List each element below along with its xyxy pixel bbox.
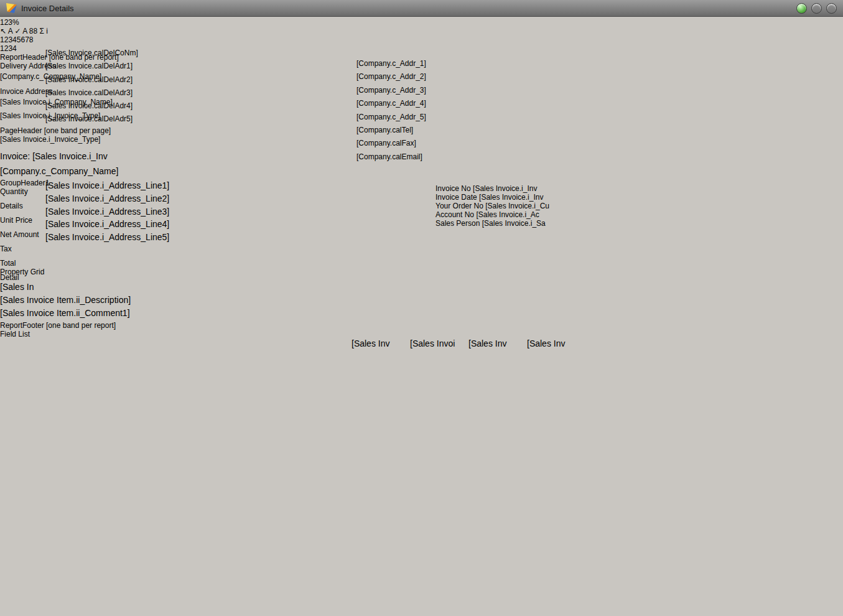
report-field[interactable]: [Sales Invoice.calDelCoNm]: [45, 49, 272, 62]
property-grid-panel-title: Property Grid: [0, 268, 147, 276]
ruler-number: 4: [12, 35, 17, 44]
column-header-tax[interactable]: Tax: [0, 245, 47, 259]
info-row-value[interactable]: [Sales Invoice.i_Sa: [482, 219, 546, 228]
vertical-ruler-numbers: 1234: [0, 44, 17, 53]
delivery-address-fields: [Sales Invoice.calDelCoNm] [Sales Invoic…: [45, 49, 272, 128]
ph-invoice-type-field[interactable]: [Sales Invoice.i_Invoice_Type]: [0, 135, 182, 151]
info-row-value[interactable]: [Sales Invoice.i_Inv: [479, 193, 543, 202]
report-field[interactable]: [Company.c_Addr_3]: [356, 86, 587, 99]
field-list-tree: − DataSet +Company +Criteria +Currency +…: [0, 338, 843, 616]
zipcode-icon: 88: [29, 27, 37, 35]
pointer-icon: ↖: [0, 27, 6, 35]
design-canvas[interactable]: ReportHeader [one band per report] Deliv…: [0, 53, 843, 330]
report-field[interactable]: [Company.c_Addr_1]: [356, 59, 587, 72]
sigma-icon: Σ: [40, 27, 44, 35]
ph-invoice-no-field[interactable]: Invoice: [Sales Invoice.i_Inv: [0, 151, 134, 166]
label-icon: A: [8, 27, 12, 35]
info-row-label: Sales Person: [435, 219, 480, 228]
ph-company-name-field[interactable]: [Company.c_Company_Name]: [0, 166, 184, 179]
report-field[interactable]: [Sales Invoice.i_Address_Line5]: [45, 232, 281, 245]
ruler-number: 1: [0, 44, 4, 53]
ruler-number: 8: [29, 35, 34, 44]
report-field[interactable]: [Company.calFax]: [356, 139, 587, 152]
detail-amount-fields: [Sales Inv [Sales Invoi [Sales Inv [Sale…: [352, 338, 580, 352]
report-field[interactable]: [Sales Invoice.calDelAdr4]: [45, 101, 272, 114]
zoom-combo[interactable]: 123%: [0, 18, 19, 27]
window-title: Invoice Details: [21, 4, 74, 13]
column-header-quantity[interactable]: Quantity: [0, 187, 43, 202]
info-table-row[interactable]: Your Order No [Sales Invoice.i_Cu: [435, 202, 587, 210]
band-title: GroupHeader1: [0, 179, 49, 187]
report-field[interactable]: [Sales Inv: [352, 338, 404, 352]
report-field[interactable]: [Sales Invoice.calDelAdr3]: [45, 88, 272, 101]
detail-comment-field[interactable]: [Sales Invoice Item.ii_Comment1]: [0, 308, 491, 321]
report-page[interactable]: ReportHeader [one band per report] Deliv…: [0, 53, 843, 330]
summary-tool[interactable]: Σ: [40, 27, 44, 35]
checkbox-icon: ✓: [14, 27, 21, 35]
detail-quantity-field[interactable]: [Sales In: [0, 282, 42, 295]
report-field[interactable]: [Sales Inv: [468, 338, 521, 352]
info-row-label: Invoice Date: [435, 193, 477, 202]
info-row-value[interactable]: [Sales Invoice.i_Cu: [485, 202, 549, 210]
invoice-address-fields: [Sales Invoice.i_Address_Line1] [Sales I…: [45, 180, 281, 245]
band-title: ReportFooter [one band per report]: [0, 321, 116, 330]
toolbox: ↖ A ✓ A 88 Σ i: [0, 27, 843, 35]
pointer-tool[interactable]: ↖: [0, 27, 6, 35]
label-tool[interactable]: A: [8, 27, 12, 35]
report-field[interactable]: [Sales Invoice.calDelAdr5]: [45, 114, 272, 128]
ruler-number: 4: [12, 44, 17, 53]
report-field[interactable]: [Sales Invoice.calDelAdr1]: [45, 62, 272, 75]
info-row-value[interactable]: [Sales Invoice.i_Inv: [473, 184, 537, 193]
detail-description-field[interactable]: [Sales Invoice Item.ii_Description]: [0, 295, 258, 308]
report-designer-window: Invoice Details File Edit View Format Wi…: [0, 0, 843, 616]
report-field[interactable]: [Sales Invoice.i_Address_Line4]: [45, 219, 281, 232]
report-field[interactable]: [Company.c_Addr_4]: [356, 99, 587, 112]
title-bar[interactable]: Invoice Details: [0, 0, 843, 17]
info-table-row[interactable]: Invoice Date [Sales Invoice.i_Inv: [435, 193, 587, 202]
ruler-number: 1: [0, 35, 4, 44]
zipcode-tool[interactable]: 88: [29, 27, 37, 35]
page-info-tool[interactable]: i: [46, 27, 48, 35]
info-table-row[interactable]: Invoice No [Sales Invoice.i_Inv: [435, 184, 587, 193]
info-row-label: Your Order No: [435, 202, 483, 210]
info-row-value[interactable]: [Sales Invoice.i_Ac: [476, 210, 539, 219]
app-icon: [6, 3, 17, 13]
report-field[interactable]: [Company.c_Addr_5]: [356, 113, 587, 126]
info-row-label: Invoice No: [435, 184, 471, 193]
page-info-icon: i: [46, 27, 48, 35]
right-dock-panel: Field List − DataSet +Company +Criteria …: [0, 330, 843, 616]
report-footer-band[interactable]: ReportFooter [one band per report]: [0, 321, 843, 330]
zoom-value: 123%: [0, 18, 19, 27]
info-row-label: Account No: [435, 210, 474, 219]
report-field[interactable]: [Company.c_Addr_2]: [356, 72, 587, 85]
report-field[interactable]: [Company.calTel]: [356, 126, 587, 139]
info-table-row[interactable]: Account No [Sales Invoice.i_Ac: [435, 210, 587, 219]
report-field[interactable]: [Sales Invoice.i_Address_Line1]: [45, 180, 281, 194]
horizontal-ruler: 12345678: [0, 35, 843, 44]
design-surface-area: 12345678 1234 ReportHeader [one band per…: [0, 35, 843, 330]
maximize-button[interactable]: [811, 3, 822, 14]
ruler-number: 7: [25, 35, 29, 44]
field-list-panel-title: Field List: [0, 330, 843, 338]
checkbox-tool[interactable]: ✓: [14, 27, 21, 35]
close-button[interactable]: [826, 3, 837, 14]
richtext-icon: A: [22, 27, 27, 35]
report-field[interactable]: [Sales Invoice.calDelAdr2]: [45, 75, 272, 88]
layout-toolbar: 123%: [0, 18, 843, 27]
report-field[interactable]: [Sales Invoice.i_Address_Line3]: [45, 207, 281, 220]
invoice-info-table: Invoice No [Sales Invoice.i_Inv Invoice …: [435, 184, 587, 228]
info-table-row[interactable]: Sales Person [Sales Invoice.i_Sa: [435, 219, 587, 228]
report-field[interactable]: [Company.calEmail]: [356, 152, 587, 166]
horizontal-ruler-numbers: 12345678: [0, 35, 34, 44]
report-field[interactable]: [Sales Invoice.i_Address_Line2]: [45, 194, 281, 207]
report-field[interactable]: [Sales Inv: [527, 338, 580, 352]
minimize-button[interactable]: [796, 3, 807, 14]
richtext-tool[interactable]: A: [22, 27, 27, 35]
company-address-fields: [Company.c_Addr_1] [Company.c_Addr_2] [C…: [356, 59, 587, 166]
report-field[interactable]: [Sales Invoi: [410, 338, 463, 352]
